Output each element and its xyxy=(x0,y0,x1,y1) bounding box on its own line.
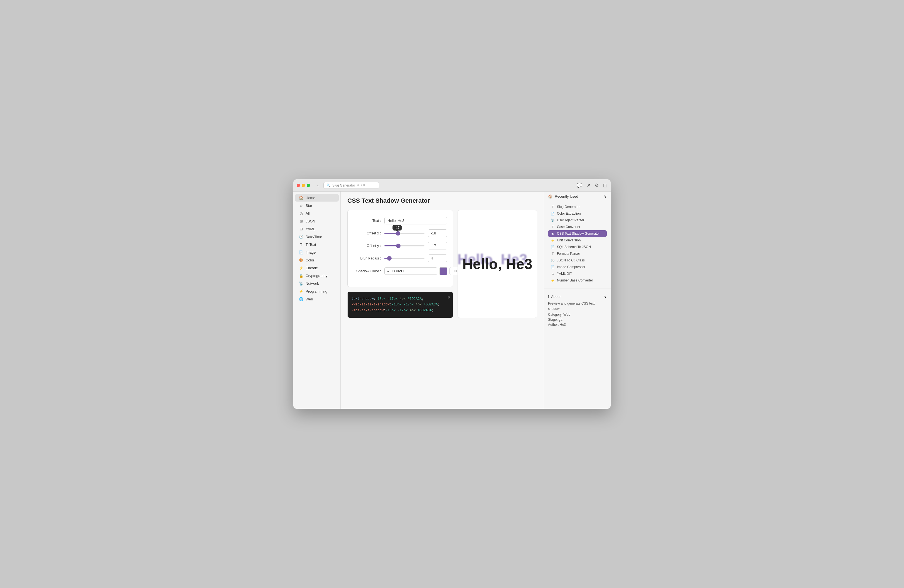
image-icon: 📄 xyxy=(299,250,303,254)
text-icon: T xyxy=(299,242,303,247)
main-layout: 🏠 Home ☆ Star ◎ All ⊞ JSON ⊟ YAML 🕐 Date xyxy=(293,191,611,409)
home-icon: 🏠 xyxy=(299,196,303,200)
controls-panel: Text : Offset x : -17 xyxy=(347,210,453,287)
blur-label: Blur Radius : xyxy=(353,256,381,260)
encode-icon: ⚡ xyxy=(299,266,303,270)
sidebar-item-all[interactable]: ◎ All xyxy=(295,210,339,217)
sidebar-item-image[interactable]: 📄 Image xyxy=(295,249,339,256)
text-field-row: Text : xyxy=(353,217,447,224)
sidebar-item-color[interactable]: 🎨 Color xyxy=(295,256,339,264)
traffic-lights xyxy=(297,184,310,187)
sidebar-item-cryptography[interactable]: 🔒 Cryptography xyxy=(295,272,339,280)
recently-used-items: T Slug Generator 📄 Color Extraction 📡 Us… xyxy=(544,200,611,286)
web-icon: 🌐 xyxy=(299,297,303,301)
color-hex-input[interactable] xyxy=(384,267,437,275)
minimize-button[interactable] xyxy=(302,184,305,187)
preview-panel: Hello, He3 xyxy=(458,210,537,318)
right-item-case-conv[interactable]: T Case Converter xyxy=(548,224,607,230)
sidebar-item-home[interactable]: 🏠 Home xyxy=(295,194,339,202)
color-extract-icon: 📄 xyxy=(551,212,555,215)
color-label: Shadow Color : xyxy=(353,269,381,273)
sidebar-item-json[interactable]: ⊞ JSON xyxy=(295,217,339,225)
offset-x-slider[interactable] xyxy=(384,233,424,234)
offset-y-input[interactable] xyxy=(428,242,447,250)
preview-text: Hello, He3 xyxy=(462,256,532,272)
right-item-json-csharp[interactable]: 🕐 JSON To C# Class xyxy=(548,257,607,264)
offset-x-row: Offset x : -17 xyxy=(353,229,447,237)
right-item-formula[interactable]: T Formula Parser xyxy=(548,250,607,257)
titlebar-icons: 💬 ↗ ⚙ ◫ xyxy=(577,183,607,188)
offset-x-input[interactable] xyxy=(428,229,447,237)
maximize-button[interactable] xyxy=(307,184,310,187)
about-title-text: About xyxy=(551,294,561,299)
close-button[interactable] xyxy=(297,184,300,187)
right-panel: 🏠 Recently Used ∨ T Slug Generator 📄 Col… xyxy=(544,191,611,409)
sidebar-item-datetime[interactable]: 🕐 Date/Time xyxy=(295,233,339,240)
share-icon[interactable]: ↗ xyxy=(587,183,590,188)
search-text: Slug Generator xyxy=(332,183,355,187)
sidebar-item-web[interactable]: 🌐 Web xyxy=(295,296,339,303)
right-item-img-compress[interactable]: 📄 Image Compressor xyxy=(548,264,607,270)
sidebar-label-text: Ti Text xyxy=(306,242,316,247)
sidebar-item-star[interactable]: ☆ Star xyxy=(295,202,339,209)
img-compress-label: Image Compressor xyxy=(557,265,585,269)
right-item-num-base[interactable]: ⚡ Number Base Converter xyxy=(548,277,607,284)
sidebar-item-network[interactable]: 📡 Network xyxy=(295,280,339,287)
sidebar-item-text[interactable]: T Ti Text xyxy=(295,241,339,248)
img-compress-icon: 📄 xyxy=(551,266,555,269)
offset-y-row: Offset y : xyxy=(353,242,447,250)
color-row: Shadow Color : HEXA HEX RGB RGBA HSL xyxy=(353,267,447,275)
sidebar-label-web: Web xyxy=(306,297,313,301)
sidebar-label-image: Image xyxy=(306,250,316,254)
json-csharp-icon: 🕐 xyxy=(551,259,555,262)
sidebar-item-yaml[interactable]: ⊟ YAML xyxy=(295,225,339,233)
search-bar[interactable]: 🔍 Slug Generator ⌘ + K xyxy=(323,182,379,189)
text-input[interactable] xyxy=(384,217,447,224)
css-shadow-icon: ◉ xyxy=(551,232,555,236)
color-extract-label: Color Extraction xyxy=(557,212,581,215)
search-icon: 🔍 xyxy=(327,183,331,187)
sidebar-toggle-icon[interactable]: ◫ xyxy=(603,183,607,188)
right-item-slug[interactable]: T Slug Generator xyxy=(548,204,607,210)
sidebar-label-encode: Encode xyxy=(306,266,318,270)
sidebar: 🏠 Home ☆ Star ◎ All ⊞ JSON ⊟ YAML 🕐 Date xyxy=(293,191,341,409)
sidebar-item-encode[interactable]: ⚡ Encode xyxy=(295,264,339,272)
json-csharp-label: JSON To C# Class xyxy=(557,258,585,262)
sql-json-icon: 📄 xyxy=(551,245,555,249)
about-section: ℹ About ∨ Preview and generate CSS text … xyxy=(544,291,611,329)
right-item-unit-conv[interactable]: ⚡ Unit Conversion xyxy=(548,237,607,243)
unit-conv-icon: ⚡ xyxy=(551,239,555,242)
about-author: Author: He3 xyxy=(548,322,607,327)
sidebar-collapse-icon[interactable]: « xyxy=(315,183,321,188)
settings-icon[interactable]: ⚙ xyxy=(595,183,599,188)
css-shadow-label: CSS Text Shadow Generator xyxy=(557,232,600,236)
copy-button[interactable]: ⎘ xyxy=(448,294,450,301)
color-swatch[interactable] xyxy=(439,267,447,275)
sidebar-label-color: Color xyxy=(306,258,314,262)
right-item-sql-json[interactable]: 📄 SQL Schema To JSON xyxy=(548,243,607,250)
right-item-user-agent[interactable]: 📡 User Agent Parser xyxy=(548,217,607,224)
recently-used-header[interactable]: 🏠 Recently Used ∨ xyxy=(544,191,611,200)
sidebar-item-programming[interactable]: ⚡ Programming xyxy=(295,288,339,295)
blur-slider[interactable] xyxy=(384,258,424,259)
offset-y-slider[interactable] xyxy=(384,245,424,247)
color-icon: 🎨 xyxy=(299,258,303,262)
formula-label: Formula Parser xyxy=(557,252,580,256)
network-icon: 📡 xyxy=(299,281,303,286)
crypto-icon: 🔒 xyxy=(299,273,303,278)
right-item-color-extract[interactable]: 📄 Color Extraction xyxy=(548,210,607,217)
blur-input[interactable] xyxy=(428,254,447,262)
search-shortcut: ⌘ + K xyxy=(357,183,365,187)
chat-icon[interactable]: 💬 xyxy=(577,183,582,188)
right-item-css-shadow[interactable]: ◉ CSS Text Shadow Generator xyxy=(548,230,607,237)
formula-icon: T xyxy=(551,252,555,255)
about-header[interactable]: ℹ About ∨ xyxy=(548,294,607,301)
about-chevron-icon: ∨ xyxy=(604,294,607,299)
offset-x-slider-container: -17 xyxy=(384,233,424,234)
blur-row: Blur Radius : xyxy=(353,254,447,262)
case-conv-label: Case Converter xyxy=(557,225,580,229)
user-agent-label: User Agent Parser xyxy=(557,218,584,222)
right-item-yaml-diff[interactable]: ⊟ YAML Diff xyxy=(548,270,607,277)
sidebar-label-datetime: Date/Time xyxy=(306,235,322,239)
code-output: ⎘ text-shadow:-18px -17px 4px #6D2ACA; -… xyxy=(347,291,453,318)
